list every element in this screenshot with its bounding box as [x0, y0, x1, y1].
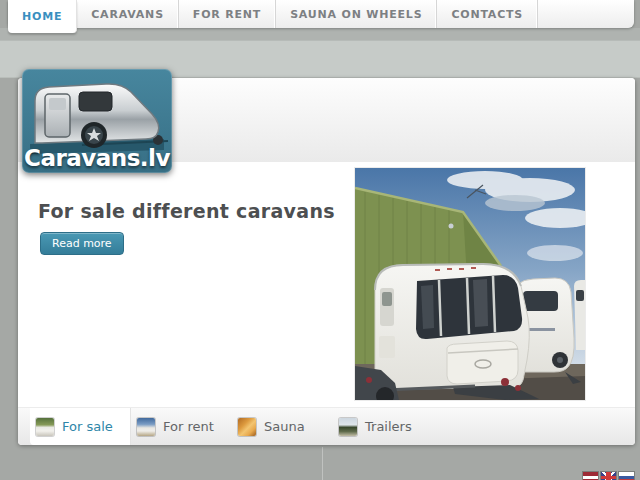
logo-text: Caravans.lv	[22, 145, 172, 171]
nav-item-contacts[interactable]: CONTACTS	[437, 0, 538, 28]
top-navbar: HOME CARAVANS FOR RENT SAUNA ON WHEELS C…	[8, 0, 634, 28]
trailer-thumb-icon	[339, 418, 357, 436]
tab-label: Sauna	[264, 419, 305, 434]
tab-label: For rent	[163, 419, 214, 434]
nav-item-home[interactable]: HOME	[8, 0, 77, 33]
tab-label: Trailers	[365, 419, 412, 434]
nav-item-caravans[interactable]: CARAVANS	[77, 0, 179, 28]
sauna-thumb-icon	[238, 418, 256, 436]
footer-divider	[322, 447, 323, 480]
latvian-flag-icon[interactable]	[583, 472, 598, 480]
caravan-sale-thumb-icon	[36, 418, 54, 436]
page-title: For sale different caravans	[38, 200, 335, 222]
russian-flag-icon[interactable]	[619, 472, 634, 480]
nav-item-sauna-on-wheels[interactable]: SAUNA ON WHEELS	[276, 0, 437, 28]
site-logo[interactable]: Caravans.lv	[22, 69, 172, 173]
tab-for-sale[interactable]: For sale	[30, 408, 131, 445]
caravan-rent-thumb-icon	[137, 418, 155, 436]
tab-trailers[interactable]: Trailers	[333, 408, 434, 445]
tab-sauna[interactable]: Sauna	[232, 408, 333, 445]
caravans-photo[interactable]	[355, 168, 585, 400]
read-more-button[interactable]: Read more	[40, 232, 124, 255]
tab-label: For sale	[62, 419, 113, 434]
tab-for-rent[interactable]: For rent	[131, 408, 232, 445]
british-flag-icon[interactable]	[601, 472, 616, 480]
nav-item-for-rent[interactable]: FOR RENT	[179, 0, 276, 28]
header-shadow-band	[0, 28, 640, 40]
category-tabbar: For sale For rent Sauna Trailers	[18, 407, 635, 445]
language-switcher	[583, 472, 634, 480]
